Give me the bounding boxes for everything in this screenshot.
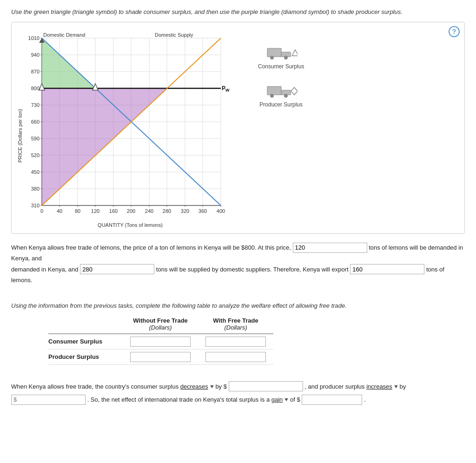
- bottom-text4: by: [399, 383, 406, 390]
- svg-text:40: 40: [57, 208, 62, 214]
- table-col2-header: With Free Trade (Dollars): [198, 315, 273, 334]
- svg-text:320: 320: [181, 208, 189, 214]
- increases-arrow[interactable]: [394, 385, 398, 388]
- gain-label: gain: [271, 393, 283, 407]
- svg-text:310: 310: [31, 203, 40, 208]
- svg-text:160: 160: [109, 208, 118, 214]
- narrative-section: When Kenya allows free trade of lemons, …: [11, 242, 465, 286]
- gain-arrow[interactable]: [284, 398, 288, 401]
- top-instruction: Use the green triangle (triangle symbol)…: [11, 8, 465, 15]
- svg-text:1010: 1010: [28, 35, 40, 41]
- narrative-text3: tons will be supplied by domestic suppli…: [156, 266, 349, 273]
- chart-legend: Consumer Surplus Producer Surplus: [258, 29, 304, 108]
- svg-text:80: 80: [75, 208, 80, 214]
- table-label-consumer: Consumer Surplus: [48, 334, 123, 350]
- narrative-input2[interactable]: [80, 264, 154, 274]
- bottom-line1: When Kenya allows free trade, the countr…: [11, 380, 465, 394]
- table-label-producer: Producer Surplus: [48, 349, 123, 364]
- svg-text:PRICE (Dollars per ton): PRICE (Dollars per ton): [17, 109, 23, 163]
- svg-text:520: 520: [31, 152, 40, 158]
- welfare-table: Without Free Trade (Dollars) With Free T…: [48, 315, 273, 365]
- svg-marker-74: [292, 50, 298, 56]
- help-icon[interactable]: ?: [449, 26, 460, 37]
- chart-area: PRICE (Dollars per ton) QUANTITY (Tons o…: [16, 29, 239, 229]
- table-row-consumer: Consumer Surplus: [48, 334, 273, 350]
- table-input-producer-with[interactable]: [205, 352, 266, 362]
- chart-container: ? PRICE (Dollars per ton) QUANTITY (Tons…: [11, 22, 465, 234]
- bottom-text2: by $: [215, 383, 227, 390]
- svg-point-73: [284, 56, 288, 60]
- bottom-text7: .: [364, 396, 366, 403]
- svg-text:800: 800: [31, 86, 40, 91]
- bottom-input3[interactable]: [302, 395, 362, 405]
- narrative-text4: lemons.: [11, 277, 33, 284]
- svg-marker-75: [267, 86, 281, 95]
- svg-text:0: 0: [40, 208, 43, 214]
- svg-text:870: 870: [31, 69, 40, 74]
- consumer-surplus-icon: [265, 43, 298, 61]
- bottom-section: When Kenya allows free trade, the countr…: [11, 380, 465, 407]
- demand-label: Domestic Demand: [43, 32, 85, 38]
- svg-text:730: 730: [31, 102, 40, 108]
- svg-text:940: 940: [31, 52, 40, 58]
- consumer-surplus-dropdown[interactable]: decreases: [180, 380, 214, 394]
- chart-svg: PRICE (Dollars per ton) QUANTITY (Tons o…: [16, 29, 230, 229]
- table-input-consumer-without[interactable]: [130, 337, 191, 347]
- supply-label: Domestic Supply: [155, 32, 193, 38]
- narrative-text1: When Kenya allows free trade of lemons, …: [11, 244, 291, 251]
- svg-text:380: 380: [31, 186, 40, 192]
- table-input-producer-without[interactable]: [130, 352, 191, 362]
- narrative-input1[interactable]: [293, 243, 367, 253]
- producer-surplus-dropdown[interactable]: increases: [366, 380, 398, 394]
- producer-surplus-icon: [265, 81, 298, 99]
- table-cell-consumer-without[interactable]: [123, 334, 198, 350]
- table-input-consumer-with[interactable]: [205, 337, 266, 347]
- narrative-text-demanded: demanded in Kenya, and: [11, 266, 79, 273]
- svg-text:590: 590: [31, 136, 40, 141]
- svg-text:450: 450: [31, 169, 40, 175]
- bottom-text3: , and producer surplus: [304, 383, 364, 390]
- total-surplus-dropdown[interactable]: gain: [271, 393, 289, 407]
- decreases-arrow[interactable]: [210, 385, 214, 388]
- table-cell-consumer-with[interactable]: [198, 334, 273, 350]
- table-row-header: [48, 315, 123, 334]
- svg-marker-70: [267, 48, 281, 57]
- svg-text:QUANTITY (Tons of lemons): QUANTITY (Tons of lemons): [98, 222, 163, 228]
- table-cell-producer-with[interactable]: [198, 349, 273, 364]
- svg-text:120: 120: [91, 208, 99, 214]
- bottom-line2: . So, the net effect of international tr…: [11, 393, 465, 407]
- svg-point-78: [284, 94, 288, 98]
- svg-point-72: [270, 56, 274, 60]
- table-instruction: Using the information from the previous …: [11, 302, 465, 309]
- svg-point-77: [270, 94, 274, 98]
- consumer-surplus-label: Consumer Surplus: [258, 63, 304, 70]
- table-section: Using the information from the previous …: [11, 302, 465, 365]
- bottom-text5: . So, the net effect of international tr…: [87, 396, 270, 403]
- narrative-text3b: tons of: [426, 266, 444, 273]
- svg-text:PW: PW: [222, 85, 230, 93]
- decreases-label: decreases: [180, 380, 208, 394]
- svg-text:280: 280: [163, 208, 171, 214]
- producer-surplus-legend-item: Producer Surplus: [259, 81, 303, 108]
- table-row-producer: Producer Surplus: [48, 349, 273, 364]
- table-col1-header: Without Free Trade (Dollars): [123, 315, 198, 334]
- svg-text:240: 240: [145, 208, 153, 214]
- consumer-surplus-legend-item: Consumer Surplus: [258, 43, 304, 70]
- narrative-input3[interactable]: [350, 264, 424, 274]
- increases-label: increases: [366, 380, 392, 394]
- bottom-text6: of $: [290, 396, 300, 403]
- svg-text:400: 400: [217, 208, 225, 214]
- bottom-input1[interactable]: [229, 381, 303, 391]
- bottom-input2[interactable]: [11, 395, 86, 405]
- svg-marker-79: [291, 87, 298, 95]
- svg-text:200: 200: [127, 208, 135, 214]
- table-cell-producer-without[interactable]: [123, 349, 198, 364]
- bottom-text1: When Kenya allows free trade, the countr…: [11, 383, 178, 390]
- producer-surplus-label: Producer Surplus: [259, 101, 303, 108]
- svg-text:660: 660: [31, 119, 40, 125]
- svg-text:360: 360: [198, 208, 207, 214]
